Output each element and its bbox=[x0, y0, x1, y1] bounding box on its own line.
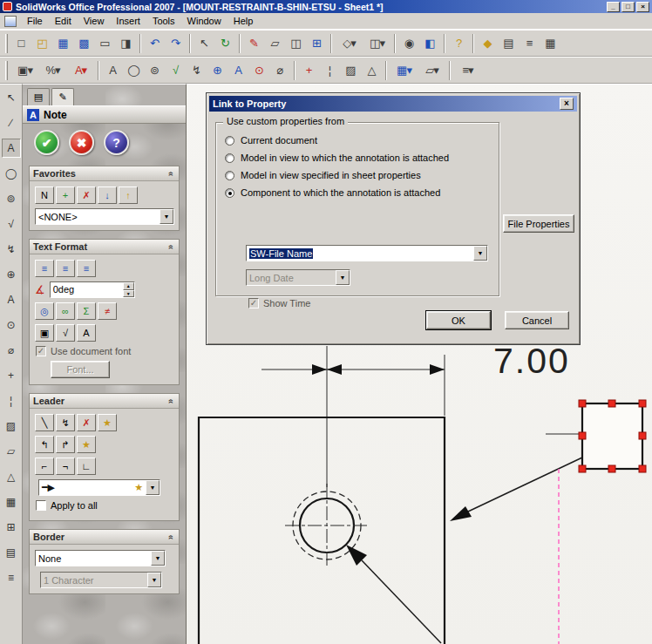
menu-tools[interactable]: Tools bbox=[146, 14, 181, 28]
new-document-icon[interactable]: □ bbox=[11, 33, 31, 53]
menu-view[interactable]: View bbox=[78, 14, 111, 28]
insert-surface-finish-icon[interactable]: √ bbox=[56, 324, 75, 342]
load-favorite-icon[interactable]: ↑ bbox=[119, 186, 138, 204]
hole-callout-icon[interactable]: ⌀ bbox=[270, 60, 290, 80]
hole-callout-tool-icon[interactable]: ⌀ bbox=[2, 341, 21, 360]
autoballoon-icon[interactable]: ⊚ bbox=[145, 60, 165, 80]
chevron-down-icon[interactable]: ▼ bbox=[336, 270, 350, 285]
arrow-style-combo[interactable]: ━▶ ★ ▼ bbox=[38, 479, 160, 496]
sketch-icon[interactable]: ✎ bbox=[244, 33, 264, 53]
model-view-icon[interactable]: ⊞ bbox=[307, 33, 327, 53]
leader-nearest-icon[interactable]: ★ bbox=[77, 436, 96, 453]
open-document-icon[interactable]: ◰ bbox=[32, 33, 52, 53]
edit-sheet-icon[interactable]: ▱ bbox=[265, 33, 285, 53]
toolbar-grip[interactable] bbox=[5, 61, 8, 80]
balloon-tool-icon[interactable]: ◯ bbox=[2, 164, 21, 183]
leader-left-icon[interactable]: ↰ bbox=[35, 436, 54, 453]
align-center-icon[interactable]: ≡ bbox=[56, 260, 75, 277]
property-name-combo[interactable]: SW-File Name ▼ bbox=[246, 245, 488, 261]
save-all-icon[interactable]: ▩ bbox=[74, 33, 94, 53]
dimension-line[interactable] bbox=[261, 355, 445, 416]
print-icon[interactable]: ▭ bbox=[95, 33, 115, 53]
auto-leader-icon[interactable]: ★ bbox=[98, 414, 117, 431]
autoballoon-tool-icon[interactable]: ⊚ bbox=[2, 189, 21, 208]
radio-model-sheet-properties[interactable]: Model in view specified in sheet propert… bbox=[223, 166, 495, 184]
area-hatch-tool-icon[interactable]: ▨ bbox=[2, 417, 21, 436]
maximize-button[interactable]: □ bbox=[621, 2, 635, 12]
align-left-icon[interactable]: ≡ bbox=[35, 260, 54, 277]
surface-finish-tool-icon[interactable]: √ bbox=[2, 214, 21, 234]
datum-feature-tool-icon[interactable]: A bbox=[2, 290, 21, 309]
apply-defaults-icon[interactable]: N bbox=[35, 186, 54, 204]
accept-button[interactable]: ✔ bbox=[34, 130, 59, 155]
revision-symbol-tool-icon[interactable]: △ bbox=[2, 467, 21, 486]
geometric-tolerance-tool-icon[interactable]: ⊕ bbox=[2, 265, 21, 284]
view-orientation-dropdown[interactable]: ◇▾ bbox=[336, 33, 363, 53]
precision-dropdown[interactable]: %▾ bbox=[39, 60, 66, 80]
spin-down-icon[interactable]: ▼ bbox=[123, 290, 134, 298]
menu-help[interactable]: Help bbox=[228, 14, 260, 28]
solidworks-office-icon[interactable]: ◆ bbox=[478, 33, 498, 53]
leader-icon[interactable]: ╲ bbox=[35, 414, 54, 431]
smart-dimension-icon[interactable]: ∕ bbox=[2, 113, 21, 132]
use-document-font-checkbox[interactable]: ✓ Use document font bbox=[36, 346, 173, 356]
cancel-button[interactable]: Cancel bbox=[505, 311, 569, 329]
apply-to-all-checkbox[interactable]: Apply to all bbox=[36, 500, 173, 511]
table-tool-icon[interactable]: ▦ bbox=[2, 492, 21, 512]
centerline-tool-icon[interactable]: ¦ bbox=[2, 391, 21, 410]
tab-display-pane[interactable]: ✎ bbox=[51, 88, 74, 105]
multi-jog-leader-icon[interactable]: ↯ bbox=[56, 414, 75, 431]
minimize-button[interactable]: _ bbox=[607, 2, 620, 12]
save-favorite-icon[interactable]: ↓ bbox=[98, 186, 117, 204]
add-favorite-icon[interactable]: + bbox=[56, 186, 75, 204]
layer-dropdown[interactable]: ≡▾ bbox=[454, 60, 481, 80]
bom-tool-icon[interactable]: ≡ bbox=[2, 568, 21, 587]
chevron-down-icon[interactable]: ▼ bbox=[147, 573, 161, 587]
tab-propertymanager[interactable]: ▤ bbox=[27, 88, 50, 105]
border-size-combo[interactable]: 1 Character ▼ bbox=[40, 572, 162, 588]
insert-hyperlink-icon[interactable]: ◎ bbox=[35, 302, 54, 320]
datum-target-tool-icon[interactable]: ⊙ bbox=[2, 315, 21, 335]
section-view-icon[interactable]: ◧ bbox=[420, 33, 440, 53]
font-dropdown[interactable]: A▾ bbox=[67, 60, 94, 80]
chevron-down-icon[interactable]: ▼ bbox=[473, 246, 487, 261]
close-button[interactable]: × bbox=[636, 2, 649, 12]
cancel-note-button[interactable]: ✖ bbox=[69, 130, 94, 155]
angle-field[interactable]: 0deg ▲ ▼ bbox=[50, 281, 135, 298]
note-tool-icon[interactable]: A bbox=[2, 139, 21, 158]
save-icon[interactable]: ▦ bbox=[53, 33, 73, 53]
print-preview-icon[interactable]: ◨ bbox=[116, 33, 136, 53]
revision-table-tool-icon[interactable]: ▤ bbox=[2, 543, 21, 562]
datum-feature-icon[interactable]: A bbox=[228, 60, 248, 80]
style-dropdown[interactable]: ▣▾ bbox=[11, 60, 38, 80]
rebuild-icon[interactable]: ↻ bbox=[215, 33, 235, 53]
hide-show-icon[interactable]: ◉ bbox=[399, 33, 419, 53]
file-properties-button[interactable]: File Properties bbox=[503, 214, 574, 233]
chevron-down-icon[interactable]: ▼ bbox=[146, 480, 160, 495]
menu-insert[interactable]: Insert bbox=[110, 14, 146, 28]
tables-dropdown[interactable]: ▦▾ bbox=[391, 60, 418, 80]
chevron-down-icon[interactable]: ▼ bbox=[151, 551, 165, 566]
dimension-text[interactable]: 7.00 bbox=[493, 341, 570, 382]
note-icon[interactable]: A bbox=[103, 60, 123, 80]
collapse-chevron-icon[interactable]: » bbox=[166, 168, 175, 179]
font-button[interactable]: Font... bbox=[51, 361, 110, 378]
spin-up-icon[interactable]: ▲ bbox=[123, 282, 134, 290]
help-icon[interactable]: ? bbox=[449, 33, 469, 53]
surface-finish-icon[interactable]: √ bbox=[166, 60, 186, 80]
weld-symbol-tool-icon[interactable]: ↯ bbox=[2, 240, 21, 259]
block-tool-icon[interactable]: ▱ bbox=[2, 442, 21, 461]
view-palette-icon[interactable]: ◫ bbox=[286, 33, 306, 53]
task-pane-icon[interactable]: ▤ bbox=[499, 33, 519, 53]
weld-symbol-icon[interactable]: ↯ bbox=[187, 60, 207, 80]
menu-file[interactable]: File bbox=[21, 14, 49, 28]
date-format-combo[interactable]: Long Date ▼ bbox=[246, 269, 350, 286]
menu-edit[interactable]: Edit bbox=[49, 14, 78, 28]
geometric-tolerance-icon[interactable]: ⊕ bbox=[207, 60, 228, 80]
note-annotation[interactable] bbox=[582, 403, 642, 469]
area-hatch-icon[interactable]: ▨ bbox=[341, 60, 361, 80]
unlink-icon[interactable]: ≠ bbox=[98, 302, 117, 320]
toolbar-grip[interactable] bbox=[5, 34, 8, 53]
centerline-icon[interactable]: ¦ bbox=[320, 60, 340, 80]
dialog-title-bar[interactable]: Link to Property × bbox=[209, 96, 577, 112]
